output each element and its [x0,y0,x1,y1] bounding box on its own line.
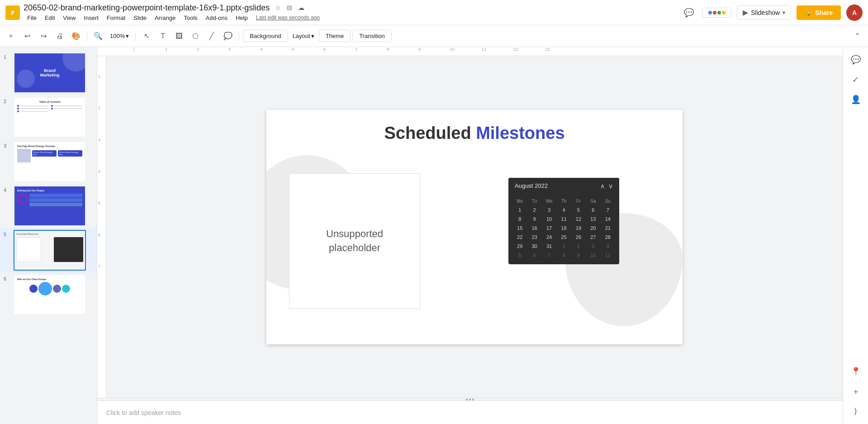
slide-preview-4[interactable]: Defining Our Key Targets [14,186,86,226]
app-icon[interactable] [5,5,20,20]
menu-edit[interactable]: Edit [41,14,58,22]
cal-day-1[interactable]: 1 [513,205,526,214]
folder-icon[interactable]: ⊟ [285,3,294,12]
google-meet-button[interactable] [702,8,731,18]
cal-day-sep-9[interactable]: 9 [572,251,585,260]
slide-placeholder-box[interactable]: Unsupportedplaceholder [289,173,420,309]
cal-day-sep-6[interactable]: 6 [527,251,541,260]
cal-day-15[interactable]: 15 [513,224,526,233]
slide-preview-1[interactable]: BrandMarketing [14,52,86,93]
select-tool-button[interactable]: ↖ [139,29,154,43]
cal-day-17[interactable]: 17 [542,224,556,233]
share-button[interactable]: 🔒 Share [797,5,841,20]
user-avatar[interactable]: A [846,5,863,21]
calendar-widget[interactable]: August 2022 ∧ ∨ Mo Tu We [508,178,619,264]
cal-day-sep-1[interactable]: 1 [557,242,570,251]
cal-day-31[interactable]: 31 [542,242,556,251]
cal-day-7[interactable]: 7 [601,205,615,214]
sidebar-chat-icon[interactable]: 💬 [847,51,865,69]
slide-preview-2[interactable]: Table of Content [14,97,86,138]
image-tool-button[interactable]: 🖼 [172,29,186,43]
slide-preview-6[interactable]: Who are Our Client Groups [14,274,86,315]
cal-day-22[interactable]: 22 [513,233,526,242]
cal-day-19[interactable]: 19 [572,224,585,233]
cal-day-sep-11[interactable]: 11 [601,251,615,260]
cal-day-sep-4[interactable]: 4 [601,242,615,251]
slide-preview-3[interactable]: One Page Brand Strategy Overview Tell yo… [14,141,86,182]
doc-title[interactable]: 20650-02-brand-marketing-powerpoint-temp… [24,3,270,13]
menu-addons[interactable]: Add-ons [202,14,231,22]
slide-thumb-5[interactable]: 5 Scheduled Milestones [0,228,97,272]
cal-day-9[interactable]: 9 [527,214,541,224]
cal-day-21[interactable]: 21 [601,224,615,233]
cal-day-8[interactable]: 8 [513,214,526,224]
sidebar-expand-icon[interactable]: ⟩ [847,402,865,420]
redo-button[interactable]: ↪ [36,29,51,43]
slide-thumb-6[interactable]: 6 Who are Our Client Groups [0,272,97,317]
menu-insert[interactable]: Insert [80,14,102,22]
cal-day-12[interactable]: 12 [572,214,585,224]
cal-day-29[interactable]: 29 [513,242,526,251]
cal-day-sep-2[interactable]: 2 [572,242,585,251]
menu-tools[interactable]: Tools [180,14,201,22]
sidebar-maps-icon[interactable]: 📍 [847,362,865,381]
cal-day-sep-7[interactable]: 7 [542,251,556,260]
menu-format[interactable]: Format [103,14,129,22]
line-tool-button[interactable]: ╱ [204,29,219,43]
shape-tool-button[interactable]: ⬠ [188,29,203,43]
print-button[interactable]: 🖨 [52,29,67,43]
slide-thumb-3[interactable]: 3 One Page Brand Strategy Overview Tell … [0,139,97,184]
menu-slide[interactable]: Slide [130,14,150,22]
last-edit-label[interactable]: Last edit was seconds ago [256,14,320,21]
comment-button[interactable]: 💭 [221,29,235,43]
cloud-icon[interactable]: ☁ [297,3,306,12]
cal-day-14[interactable]: 14 [601,214,615,224]
cal-day-26[interactable]: 26 [572,233,585,242]
zoom-dropdown[interactable]: 100%▾ [107,31,132,41]
new-slide-button[interactable]: ＋ [4,29,18,43]
cal-day-10[interactable]: 10 [542,214,556,224]
cal-day-27[interactable]: 27 [586,233,600,242]
menu-file[interactable]: File [24,14,40,22]
cal-day-16[interactable]: 16 [527,224,541,233]
cal-day-3[interactable]: 3 [542,205,556,214]
cal-day-28[interactable]: 28 [601,233,615,242]
calendar-next-button[interactable]: ∨ [608,182,613,190]
cal-day-sep-5[interactable]: 5 [513,251,526,260]
sidebar-user-icon[interactable]: 👤 [847,91,865,109]
slideshow-button[interactable]: ▶ Slideshow ▾ [737,5,791,20]
menu-view[interactable]: View [59,14,79,22]
cal-day-2[interactable]: 2 [527,205,541,214]
cal-day-30[interactable]: 30 [527,242,541,251]
cal-day-sep-10[interactable]: 10 [586,251,600,260]
cal-day-23[interactable]: 23 [527,233,541,242]
cal-day-20[interactable]: 20 [586,224,600,233]
cal-day-18[interactable]: 18 [557,224,570,233]
background-button[interactable]: Background [243,30,288,42]
cal-day-sep-8[interactable]: 8 [557,251,570,260]
cal-day-25[interactable]: 25 [557,233,570,242]
cal-day-13[interactable]: 13 [586,214,600,224]
slide-title-area[interactable]: Scheduled Milestones [266,124,683,143]
comment-icon[interactable]: 💬 [681,5,697,21]
cal-day-sep-3[interactable]: 3 [586,242,600,251]
undo-button[interactable]: ↩ [20,29,34,43]
menu-arrange[interactable]: Arrange [151,14,179,22]
sidebar-spell-icon[interactable]: ✓ [847,71,865,89]
text-tool-button[interactable]: T [156,29,170,43]
paint-format-button[interactable]: 🎨 [69,29,83,43]
cal-day-6[interactable]: 6 [586,205,600,214]
theme-button[interactable]: Theme [319,30,351,42]
cal-day-5[interactable]: 5 [572,205,585,214]
layout-dropdown[interactable]: Layout ▾ [290,31,317,41]
canvas-wrapper[interactable]: Scheduled Milestones Unsupportedplacehol… [106,56,843,398]
star-icon[interactable]: ☆ [273,3,282,12]
slide-canvas[interactable]: Scheduled Milestones Unsupportedplacehol… [266,110,683,344]
transition-button[interactable]: Transition [352,30,392,42]
zoom-button[interactable]: 🔍 [91,29,105,43]
slide-preview-5[interactable]: Scheduled Milestones [14,230,86,271]
calendar-prev-button[interactable]: ∧ [600,182,605,190]
speaker-notes-area[interactable]: Click to add speaker notes [97,400,843,424]
cal-day-4[interactable]: 4 [557,205,570,214]
sidebar-add-icon[interactable]: ＋ [847,382,865,400]
